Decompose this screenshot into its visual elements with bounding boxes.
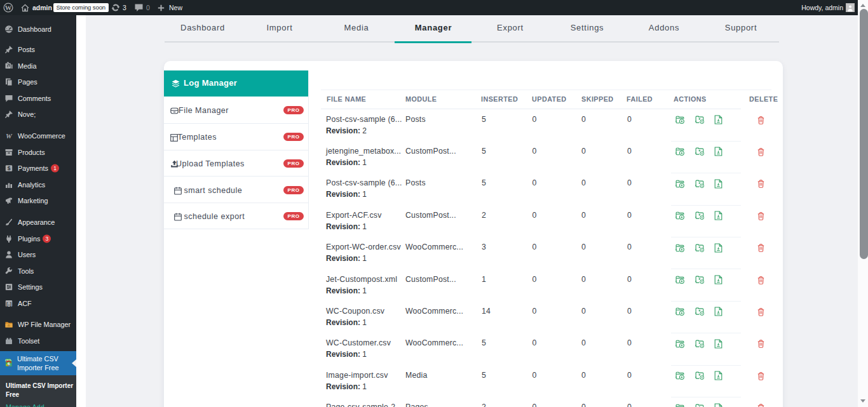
svg-text:$: $ [8,165,11,171]
svg-text:W: W [6,132,13,140]
svg-text:[..]: [..] [6,302,11,307]
svg-text:W: W [5,4,12,11]
